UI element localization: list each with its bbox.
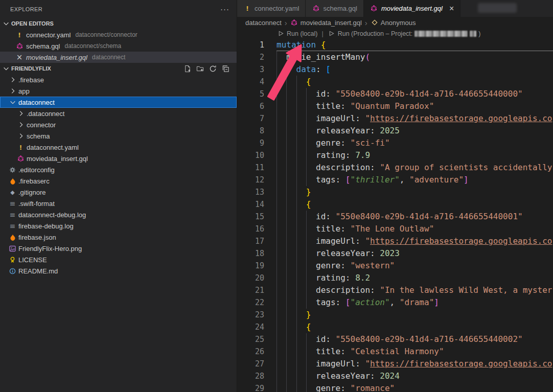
code-line-content: title: "The Lone Outlaw" (276, 223, 553, 235)
code-line[interactable]: 1mutation { (237, 39, 553, 51)
code-line-content: } (276, 186, 553, 198)
tree-item-dataconnect.yaml[interactable]: !dataconnect.yaml (0, 142, 237, 153)
code-line[interactable]: 15 id: "550e8400-e29b-41d4-a716-44665544… (237, 211, 553, 223)
tree-item-schema[interactable]: schema (0, 130, 237, 142)
code-line[interactable]: 17 imageUrl: "https://firebasestorage.go… (237, 235, 553, 247)
breadcrumb-item-Anonymous[interactable]: Anonymous (371, 18, 416, 27)
open-editor-item[interactable]: !connector.yamldataconnect/connector (0, 29, 237, 40)
yaml-warning-icon: ! (15, 31, 24, 39)
code-line[interactable]: 5 id: "550e8400-e29b-41d4-a716-446655440… (237, 88, 553, 100)
tab-connector.yaml[interactable]: !connector.yaml (237, 0, 306, 17)
graphql-icon (290, 18, 298, 27)
code-line-content: { (276, 321, 553, 333)
tree-item-firebase.json[interactable]: firebase.json (0, 232, 237, 243)
code-line[interactable]: 20 rating: 8.2 (237, 272, 553, 284)
tree-item-.firebase[interactable]: .firebase (0, 74, 237, 85)
tree-item-firebase-debug.log[interactable]: ≡firebase-debug.log (0, 220, 237, 232)
code-line-content: rating: 8.2 (276, 272, 553, 284)
close-icon[interactable]: × (15, 53, 24, 61)
line-number: 7 (237, 112, 264, 125)
code-line[interactable]: 19 genre: "western" (237, 260, 553, 272)
collapse-all-icon[interactable] (221, 64, 229, 73)
new-file-icon[interactable] (183, 64, 191, 73)
code-line[interactable]: 26 title: "Celestial Harmony" (237, 345, 553, 358)
breadcrumb-item-moviedata_insert.gql[interactable]: moviedata_insert.gql (290, 18, 362, 27)
run-icon (328, 30, 336, 38)
workspace-header[interactable]: FRIENDLYFLIX (0, 63, 237, 74)
line-number: 17 (237, 235, 264, 247)
yaml-warning-icon: ! (17, 143, 25, 151)
close-icon[interactable]: × (449, 5, 454, 13)
tree-item-dataconnect[interactable]: dataconnect (0, 97, 237, 108)
code-line[interactable]: 16 title: "The Lone Outlaw" (237, 223, 553, 235)
code-line[interactable]: 11 description: "A group of scientists a… (237, 162, 553, 174)
code-line[interactable]: 25 id: "550e8400-e29b-41d4-a716-44665544… (237, 333, 553, 345)
code-line[interactable]: 21 description: "In the lawless Wild Wes… (237, 284, 553, 296)
tree-item-.editorconfig[interactable]: .editorconfig (0, 164, 237, 175)
line-number: 13 (237, 186, 264, 198)
tab-moviedata_insert.gql[interactable]: moviedata_insert.gql× (364, 0, 460, 17)
file-tree: .firebaseappdataconnect.dataconnectconne… (0, 74, 237, 276)
line-number: 12 (237, 174, 264, 186)
code-line[interactable]: 28 releaseYear: 2024 (237, 370, 553, 382)
line-number: 6 (237, 100, 264, 112)
editor-group: !connector.yamlschema.gqlmoviedata_inser… (237, 0, 553, 392)
code-line[interactable]: 9 genre: "sci-fi" (237, 137, 553, 149)
code-line[interactable]: 27 imageUrl: "https://firebasestorage.go… (237, 358, 553, 370)
tab-label: connector.yaml (255, 5, 299, 12)
tree-item-FriendlyFlix-Hero.png[interactable]: FriendlyFlix-Hero.png (0, 243, 237, 254)
code-line-content: description: "A group of scientists acci… (276, 162, 553, 174)
tab-schema.gql[interactable]: schema.gql (306, 0, 363, 17)
code-line[interactable]: 12 tags: ["thriller", "adventure"] (237, 174, 553, 186)
code-line[interactable]: 6 title: "Quantum Paradox" (237, 100, 553, 112)
tree-item-.dataconnect[interactable]: .dataconnect (0, 108, 237, 119)
tree-item-dataconnect-debug.log[interactable]: ≡dataconnect-debug.log (0, 209, 237, 220)
code-line[interactable]: 13 } (237, 186, 553, 198)
line-number: 8 (237, 125, 264, 137)
code-line[interactable]: 4 { (237, 76, 553, 88)
code-line[interactable]: 7 imageUrl: "https://firebasestorage.goo… (237, 112, 553, 125)
line-number: 25 (237, 333, 264, 345)
code-line[interactable]: 10 rating: 7.9 (237, 149, 553, 162)
code-line[interactable]: 29 genre: "romance" (237, 382, 553, 392)
line-number: 18 (237, 247, 264, 260)
line-number: 29 (237, 382, 264, 392)
tree-item-README.md[interactable]: README.md (0, 265, 237, 276)
redacted-editor-actions (478, 3, 517, 13)
run-local-link[interactable]: Run (local) (276, 30, 317, 38)
tree-item-app[interactable]: app (0, 85, 237, 97)
tree-item-.gitignore[interactable]: ◆.gitignore (0, 187, 237, 198)
open-editor-item[interactable]: schema.gqldataconnect/schema (0, 40, 237, 52)
breadcrumb-separator-icon: › (284, 18, 288, 27)
tree-item-connector[interactable]: connector (0, 119, 237, 130)
more-actions-icon[interactable]: ··· (220, 5, 229, 13)
code-line[interactable]: 8 releaseYear: 2025 (237, 125, 553, 137)
line-number: 20 (237, 272, 264, 284)
open-editor-item[interactable]: ×moviedata_insert.gqldataconnect (0, 52, 237, 63)
workspace-actions (183, 64, 237, 73)
code-line-content: id: "550e8400-e29b-41d4-a716-44665544000… (276, 88, 553, 100)
code-line[interactable]: 14 { (237, 198, 553, 211)
code-line[interactable]: 22 tags: ["action", "drama"] (237, 296, 553, 309)
tree-item-.swift-format[interactable]: ≡.swift-format (0, 198, 237, 209)
breadcrumb-item-dataconnect[interactable]: dataconnect (245, 19, 282, 27)
tree-item-moviedata_insert.gql[interactable]: moviedata_insert.gql (0, 153, 237, 164)
code-line[interactable]: 3 data: [ (237, 63, 553, 76)
code-line[interactable]: 23 } (237, 309, 553, 321)
open-editors-header[interactable]: OPEN EDITORS (0, 18, 237, 29)
tab-label: schema.gql (323, 5, 357, 12)
open-editor-filename: moviedata_insert.gql (26, 54, 87, 61)
code-line[interactable]: 24 { (237, 321, 553, 333)
tree-item-LICENSE[interactable]: LICENSE (0, 254, 237, 265)
refresh-icon[interactable] (209, 64, 217, 73)
code-line-content: releaseYear: 2023 (276, 247, 553, 260)
code-line[interactable]: 18 releaseYear: 2023 (237, 247, 553, 260)
new-folder-icon[interactable] (196, 64, 204, 73)
line-number: 9 (237, 137, 264, 149)
code-line[interactable]: 2 movie_insertMany( (237, 51, 553, 63)
run-production-suffix: ) (478, 30, 480, 37)
run-production-link[interactable]: Run (Production – Project: ) (328, 30, 481, 38)
line-number: 1 (237, 39, 264, 51)
code-line-content: imageUrl: "https://firebasestorage.googl… (276, 112, 553, 125)
tree-item-.firebaserc[interactable]: .firebaserc (0, 175, 237, 187)
